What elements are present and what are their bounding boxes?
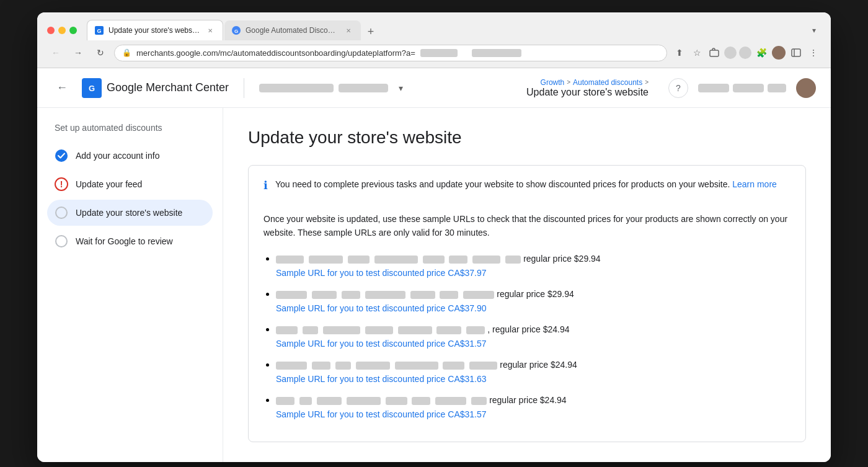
app-content: ← G Google Merchant Center ▾ Growth <box>37 68 831 462</box>
url-blur-item-2c <box>342 291 360 299</box>
tab-google-automated-discounts[interactable]: G Google Automated Discounts f ✕ <box>224 20 361 40</box>
url-blur-item-3e <box>398 326 432 334</box>
gmc-icon: G <box>82 78 102 98</box>
traffic-lights <box>47 27 77 34</box>
info-circle-icon: ℹ <box>264 179 268 192</box>
step4-pending-icon <box>55 234 68 248</box>
account-chevron-icon[interactable]: ▾ <box>393 81 408 96</box>
url-blur-item-5d <box>347 397 381 405</box>
url-blur-item-1e <box>423 256 445 264</box>
description-text: Once your website is updated, use these … <box>264 212 790 240</box>
sample-url-link-5[interactable]: Sample URL for you to test discounted pr… <box>276 409 790 419</box>
url-item-2-price: regular price $29.94 <box>497 289 574 299</box>
profile-icon[interactable] <box>771 45 786 60</box>
app-header: ← G Google Merchant Center ▾ Growth <box>37 68 831 108</box>
sidebar-item-label-4: Wait for Google to review <box>76 236 173 247</box>
sample-url-link-3[interactable]: Sample URL for you to test discounted pr… <box>276 339 790 349</box>
info-notice-text: You need to complete previous tasks and … <box>275 178 777 191</box>
breadcrumb-chevron-1: > <box>567 79 570 86</box>
sidebar-item-update-feed[interactable]: ! Update your feed <box>47 171 213 197</box>
url-blur-item-4e <box>395 362 438 370</box>
bookmark-icon[interactable]: ☆ <box>689 45 704 60</box>
url-list: regular price $29.94 Sample URL for you … <box>264 252 790 419</box>
user-avatar[interactable] <box>796 78 816 98</box>
svg-rect-5 <box>792 49 800 56</box>
url-blur-item-3a <box>276 326 298 334</box>
url-blur-item-5b <box>299 397 312 405</box>
url-text-suffix <box>463 48 465 58</box>
main-layout: Set up automated discounts Add your acco… <box>37 108 831 462</box>
extension-icon-1[interactable] <box>707 45 722 60</box>
app-back-button[interactable]: ← <box>52 78 72 98</box>
url-blur-item-2f <box>440 291 458 299</box>
url-blur-1 <box>420 49 458 57</box>
breadcrumb: Growth > Automated discounts > <box>541 78 649 87</box>
tab-list-button[interactable]: ▾ <box>807 24 821 37</box>
header-account-info: ▾ <box>259 81 408 96</box>
address-bar-row: ← → ↻ 🔒 merchants.google.com/mc/automate… <box>37 40 831 68</box>
tab-close-1[interactable]: ✕ <box>205 25 215 35</box>
url-blur-item-4g <box>469 362 497 370</box>
svg-text:G: G <box>234 29 238 34</box>
sample-url-link-1[interactable]: Sample URL for you to test discounted pr… <box>276 268 790 278</box>
close-window-button[interactable] <box>47 27 55 34</box>
url-blur-item-4c <box>335 362 351 370</box>
url-item-5-content: regular price $24.94 <box>276 394 790 407</box>
url-item-2-content: regular price $29.94 <box>276 288 790 301</box>
maximize-window-button[interactable] <box>69 27 77 34</box>
gmc-title: Google Merchant Center <box>107 81 229 94</box>
share-icon[interactable]: ⬆ <box>672 45 687 60</box>
breadcrumb-automated-discounts[interactable]: Automated discounts <box>573 78 642 87</box>
extensions-icon[interactable]: 🧩 <box>754 45 769 60</box>
svg-text:G: G <box>89 84 95 93</box>
url-blur-item-2a <box>276 291 307 299</box>
sidebar-item-update-website[interactable]: Update your store's website <box>47 200 213 226</box>
lock-icon: 🔒 <box>122 48 131 57</box>
url-blur-item-1h <box>505 256 521 264</box>
help-button[interactable]: ? <box>668 78 688 98</box>
minimize-window-button[interactable] <box>58 27 66 34</box>
url-blur-item-4d <box>356 362 390 370</box>
browser-chrome: G Update your store's website - ✕ G Goog… <box>37 12 831 68</box>
url-list-item-5: regular price $24.94 Sample URL for you … <box>276 394 790 419</box>
info-card: ℹ You need to complete previous tasks an… <box>248 165 806 442</box>
url-blur-item-5a <box>276 397 294 405</box>
svg-point-9 <box>55 149 68 162</box>
header-divider <box>244 78 244 98</box>
breadcrumb-growth[interactable]: Growth <box>541 78 565 87</box>
learn-more-link[interactable]: Learn more <box>732 179 777 189</box>
back-button[interactable]: ← <box>47 44 64 61</box>
sidebar-item-wait-review[interactable]: Wait for Google to review <box>47 228 213 254</box>
more-menu-icon[interactable]: ⋮ <box>806 45 821 60</box>
tab-close-2[interactable]: ✕ <box>343 25 353 35</box>
url-blur-item-3f <box>436 326 461 334</box>
sidebar-item-label-1: Add your account info <box>76 150 159 161</box>
forward-button[interactable]: → <box>69 44 87 61</box>
sample-url-link-2[interactable]: Sample URL for you to test discounted pr… <box>276 303 790 313</box>
address-bar[interactable]: 🔒 merchants.google.com/mc/automateddisco… <box>114 45 667 61</box>
url-blur-item-3d <box>365 326 393 334</box>
extension-icon-2[interactable] <box>724 47 737 59</box>
url-blur-item-1f <box>449 256 467 264</box>
url-blur-item-2d <box>365 291 405 299</box>
url-list-item-1: regular price $29.94 Sample URL for you … <box>276 252 790 278</box>
tab-update-store-website[interactable]: G Update your store's website - ✕ <box>87 20 223 40</box>
url-blur-item-5c <box>317 397 342 405</box>
svg-text:!: ! <box>60 179 63 189</box>
step1-completed-icon <box>55 149 68 162</box>
extension-icon-3[interactable] <box>739 47 751 59</box>
sample-url-link-4[interactable]: Sample URL for you to test discounted pr… <box>276 374 790 384</box>
url-blur-item-4a <box>276 362 307 370</box>
tab-label-1: Update your store's website - <box>108 26 200 35</box>
sidebar-item-account-info[interactable]: Add your account info <box>47 143 213 169</box>
sidebar: Set up automated discounts Add your acco… <box>37 108 223 462</box>
refresh-button[interactable]: ↻ <box>92 44 109 61</box>
url-item-4-price: regular price $24.94 <box>500 360 577 370</box>
url-blur-item-4b <box>312 362 330 370</box>
main-content: Update your store's website ℹ You need t… <box>223 108 831 462</box>
sidebar-toggle-icon[interactable] <box>789 45 804 60</box>
url-blur-item-1d <box>374 256 418 264</box>
sidebar-item-label-2: Update your feed <box>76 179 142 190</box>
new-tab-button[interactable]: + <box>362 23 379 40</box>
url-blur-item-3c <box>323 326 360 334</box>
